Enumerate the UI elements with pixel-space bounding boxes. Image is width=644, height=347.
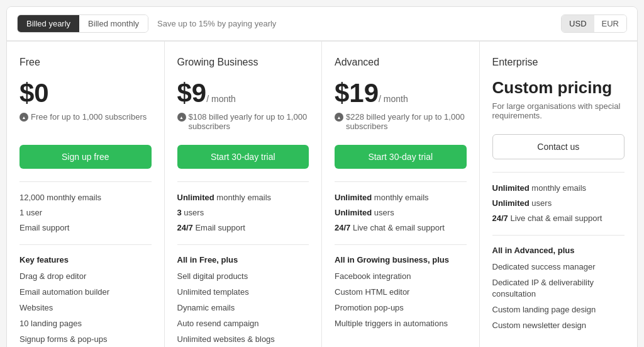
basic-features-enterprise: Unlimited monthly emailsUnlimited users2…	[492, 172, 625, 225]
feature-item: Custom HTML editor	[335, 287, 467, 298]
feature-item: 10 landing pages	[19, 318, 152, 329]
currency-usd-btn[interactable]: USD	[562, 15, 594, 32]
basic-feature-item: 1 user	[19, 207, 152, 219]
currency-toggle: USD EUR	[561, 14, 627, 33]
price-amount-growing: $9	[177, 78, 207, 108]
price-subtitle-enterprise: For large organisations with special req…	[492, 101, 625, 124]
basic-feature-item: 12,000 monthly emails	[19, 192, 152, 203]
plan-col-enterprise: EnterpriseCustom pricingFor large organi…	[480, 42, 638, 347]
plan-name-free: Free	[19, 57, 152, 68]
pricing-page: Billed yearly Billed monthly Save up to …	[6, 6, 638, 347]
plan-col-advanced: Advanced$19/ month$228 billed yearly for…	[322, 42, 480, 347]
price-period-advanced: / month	[379, 94, 408, 104]
price-subtitle-free: Free for up to 1,000 subscribers	[19, 112, 152, 135]
plan-price-growing: $9/ month	[177, 78, 309, 108]
features-title-free: Key features	[19, 255, 152, 265]
plan-name-growing: Growing Business	[177, 57, 309, 68]
basic-features-advanced: Unlimited monthly emailsUnlimited users2…	[335, 181, 467, 234]
basic-feature-item: 24/7 Email support	[177, 222, 309, 234]
feature-item: Custom landing page design	[492, 304, 625, 316]
top-bar: Billed yearly Billed monthly Save up to …	[7, 7, 637, 41]
features-title-enterprise: All in Advanced, plus	[492, 246, 625, 255]
features-section-enterprise: All in Advanced, plusDedicated success m…	[492, 235, 625, 332]
feature-item: Dynamic emails	[177, 302, 309, 314]
feature-item: Auto resend campaign	[177, 318, 309, 329]
feature-item: Drag & drop editor	[19, 271, 152, 282]
subscriber-icon	[177, 113, 186, 122]
basic-feature-item: 3 users	[177, 207, 309, 219]
plan-name-advanced: Advanced	[335, 57, 467, 68]
feature-item: Email automation builder	[19, 287, 152, 298]
plan-price-advanced: $19/ month	[335, 78, 467, 108]
basic-feature-item: Unlimited users	[492, 198, 625, 209]
features-section-advanced: All in Growing business, plusFacebook in…	[335, 244, 467, 330]
plan-col-free: Free$0Free for up to 1,000 subscribersSi…	[7, 42, 165, 347]
features-title-growing: All in Free, plus	[177, 255, 309, 265]
features-section-free: Key featuresDrag & drop editorEmail auto…	[19, 244, 152, 346]
subscriber-icon	[19, 113, 28, 122]
cta-btn-free[interactable]: Sign up free	[19, 145, 152, 169]
feature-item: Promotion pop-ups	[335, 302, 467, 314]
cta-btn-growing[interactable]: Start 30-day trial	[177, 145, 309, 169]
feature-item: Signup forms & pop-ups	[19, 334, 152, 345]
cta-btn-enterprise[interactable]: Contact us	[492, 134, 625, 159]
price-custom: Custom pricing	[492, 78, 625, 98]
price-subtitle-growing: $108 billed yearly for up to 1,000 subsc…	[177, 112, 309, 135]
feature-item: Multiple triggers in automations	[335, 318, 467, 329]
subscriber-icon	[335, 113, 343, 122]
basic-feature-item: 24/7 Live chat & email support	[492, 213, 625, 224]
plan-price-free: $0	[19, 78, 152, 108]
basic-feature-item: Unlimited monthly emails	[335, 192, 467, 203]
feature-item: Unlimited templates	[177, 287, 309, 298]
currency-eur-btn[interactable]: EUR	[594, 15, 626, 32]
price-amount-advanced: $19	[335, 78, 379, 108]
feature-item: Dedicated success manager	[492, 261, 625, 273]
features-title-advanced: All in Growing business, plus	[335, 255, 467, 265]
basic-features-growing: Unlimited monthly emails3 users24/7 Emai…	[177, 181, 309, 234]
feature-item: Sell digital products	[177, 271, 309, 282]
billing-toggle: Billed yearly Billed monthly	[17, 14, 148, 33]
plan-price-enterprise: Custom pricing	[492, 78, 625, 98]
basic-features-free: 12,000 monthly emails1 userEmail support	[19, 181, 152, 234]
save-text: Save up to 15% by paying yearly	[157, 19, 276, 28]
feature-item: Websites	[19, 302, 152, 314]
price-period-growing: / month	[206, 94, 236, 104]
plan-name-enterprise: Enterprise	[492, 57, 625, 68]
billing-monthly-btn[interactable]: Billed monthly	[79, 15, 148, 32]
price-amount-free: $0	[19, 78, 49, 108]
price-subtitle-advanced: $228 billed yearly for up to 1,000 subsc…	[335, 112, 467, 135]
plans-grid: Free$0Free for up to 1,000 subscribersSi…	[7, 41, 637, 347]
feature-item: Facebook integration	[335, 271, 467, 282]
plan-col-growing: Growing Business$9/ month$108 billed yea…	[165, 42, 323, 347]
basic-feature-item: Unlimited users	[335, 207, 467, 219]
feature-item: Unlimited websites & blogs	[177, 334, 309, 345]
basic-feature-item: Unlimited monthly emails	[492, 183, 625, 194]
basic-feature-item: Unlimited monthly emails	[177, 192, 309, 203]
features-section-growing: All in Free, plusSell digital productsUn…	[177, 244, 309, 347]
billing-yearly-btn[interactable]: Billed yearly	[18, 15, 79, 32]
cta-btn-advanced[interactable]: Start 30-day trial	[335, 145, 467, 169]
feature-item: Dedicated IP & deliverability consultati…	[492, 277, 625, 300]
feature-item: Custom newsletter design	[492, 320, 625, 331]
basic-feature-item: 24/7 Live chat & email support	[335, 222, 467, 234]
basic-feature-item: Email support	[19, 222, 152, 234]
